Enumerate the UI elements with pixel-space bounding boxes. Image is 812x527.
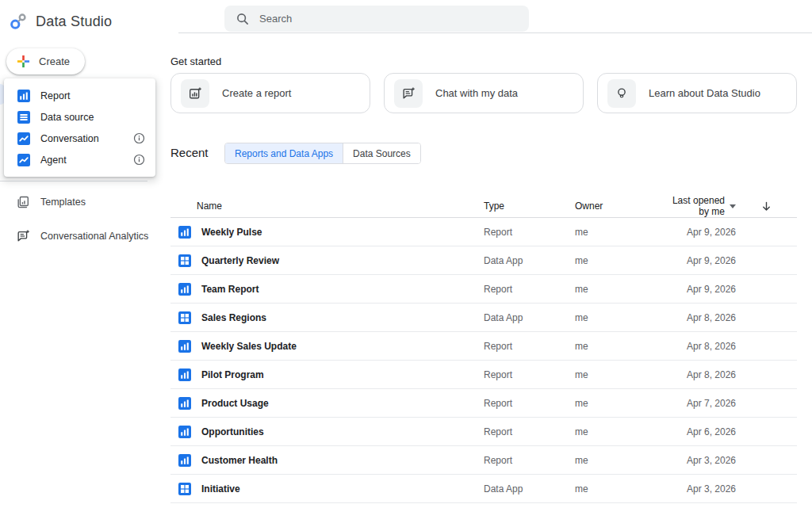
table-row-initiative[interactable]: InitiativeData AppmeApr 3, 2026 [170,475,797,503]
cell-last-opened: Apr 8, 2026 [665,312,736,323]
table-header-row: Name Type Owner Last opened by me [170,195,797,218]
sidebar-divider [0,181,147,181]
table-row-weekly-sales-update[interactable]: Weekly Sales UpdateReportmeApr 8, 2026 [170,332,797,361]
cell-last-opened: Apr 6, 2026 [665,426,736,437]
sort-direction-arrow-icon[interactable] [760,200,772,212]
card-learn-about-data-studio[interactable]: Learn about Data Studio [597,73,797,113]
cell-last-opened: Apr 3, 2026 [665,455,736,466]
cell-owner: me [575,426,665,437]
row-name-label: Weekly Pulse [201,227,262,238]
cell-name: Pilot Program [170,369,484,381]
table-row-sales-regions[interactable]: Sales RegionsData AppmeApr 8, 2026 [170,304,797,332]
cell-name: Weekly Sales Update [170,340,484,353]
row-name-label: Weekly Sales Update [201,341,297,352]
report-tile-icon [17,90,30,102]
info-icon[interactable] [133,132,145,144]
dataapp-tile-icon [178,254,191,267]
chat-add-icon [401,86,416,101]
table-row-pilot-program[interactable]: Pilot ProgramReportmeApr 8, 2026 [170,361,797,389]
menu-item-label: Conversation [40,133,99,144]
cell-type: Report [484,455,575,466]
sidebar-item-templates[interactable]: Templates [0,188,159,216]
cell-owner: me [575,255,665,266]
report-tile-icon [178,340,191,353]
report-add-icon [188,86,202,101]
recent-title: Recent [170,146,209,159]
last-opened-label: Last opened by me [665,195,725,217]
table-row-quarterly-review[interactable]: Quarterly ReviewData AppmeApr 9, 2026 [170,246,797,275]
report-tile-icon [178,283,191,296]
row-name-label: Quarterly Review [201,255,279,266]
search-input[interactable] [259,13,518,25]
search-bar[interactable] [224,6,529,32]
cell-last-opened: Apr 8, 2026 [665,341,736,352]
get-started-cards: Create a reportChat with my dataLearn ab… [170,73,797,113]
recent-tabs: Reports and Data AppsData Sources [224,143,421,164]
tab-reports-and-data-apps[interactable]: Reports and Data Apps [225,143,343,163]
table-row-opportunities[interactable]: OpportunitiesReportmeApr 6, 2026 [170,418,797,446]
cell-owner: me [575,455,665,466]
cell-type: Report [484,341,575,352]
create-menu-item-conversation[interactable]: Conversation [4,128,155,149]
cell-last-opened: Apr 3, 2026 [665,483,736,495]
cell-type: Data App [484,312,575,323]
report-tile-icon [178,226,191,239]
cell-type: Report [484,398,575,409]
report-tile-icon [178,426,191,438]
column-header-last-opened[interactable]: Last opened by me [665,195,736,217]
card-icon-box [607,79,636,108]
create-menu-item-agent[interactable]: Agent [4,149,155,170]
row-name-label: Customer Health [201,455,278,466]
card-icon-box [181,79,209,108]
card-icon-box [394,79,423,108]
app-logo[interactable]: Data Studio [8,11,112,32]
header-divider [178,32,812,33]
create-menu-item-report[interactable]: Report [4,85,155,106]
chat-add-icon [16,229,30,243]
row-name-label: Product Usage [201,398,269,409]
search-icon [236,12,250,26]
menu-item-label: Agent [40,155,67,166]
cell-name: Product Usage [170,397,484,410]
recent-table: Name Type Owner Last opened by me W [170,195,797,503]
create-menu: ReportData sourceConversationAgent [4,78,155,177]
cell-owner: me [575,341,665,352]
cell-owner: me [575,227,665,238]
card-chat-with-my-data[interactable]: Chat with my data [384,73,584,113]
cell-name: Weekly Pulse [170,226,484,239]
tab-data-sources[interactable]: Data Sources [343,143,420,163]
row-name-label: Sales Regions [201,312,266,323]
data-studio-logo-icon [8,11,29,32]
cell-owner: me [575,369,665,380]
cell-name: Sales Regions [170,311,484,324]
column-header-owner: Owner [575,200,665,212]
menu-item-label: Report [40,90,71,101]
create-button-label: Create [39,55,70,67]
cell-type: Data App [484,255,575,266]
info-icon[interactable] [133,154,145,166]
conversation-tile-icon [17,132,30,145]
table-row-weekly-pulse[interactable]: Weekly PulseReportmeApr 9, 2026 [170,218,797,246]
cell-name: Initiative [170,483,484,495]
dataapp-tile-icon [178,311,191,324]
cell-type: Report [484,284,575,295]
sidebar-item-label: Conversational Analytics [40,231,148,242]
cell-owner: me [575,284,665,295]
create-menu-item-data-source[interactable]: Data source [4,106,155,128]
cell-last-opened: Apr 9, 2026 [665,255,736,266]
card-create-a-report[interactable]: Create a report [170,73,370,113]
cell-type: Report [484,426,575,437]
card-label: Chat with my data [435,87,518,99]
table-row-team-report[interactable]: Team ReportReportmeApr 9, 2026 [170,275,797,304]
create-button[interactable]: Create [6,48,85,74]
table-row-customer-health[interactable]: Customer HealthReportmeApr 3, 2026 [170,446,797,475]
cell-last-opened: Apr 8, 2026 [665,369,736,380]
lightbulb-icon [615,86,629,101]
row-name-label: Pilot Program [201,369,264,380]
card-label: Create a report [222,87,291,99]
table-row-product-usage[interactable]: Product UsageReportmeApr 7, 2026 [170,389,797,418]
column-header-name: Name [170,200,484,212]
cell-type: Report [484,369,575,380]
sidebar-item-conversational-analytics[interactable]: Conversational Analytics [0,222,159,250]
app-title: Data Studio [36,13,112,30]
